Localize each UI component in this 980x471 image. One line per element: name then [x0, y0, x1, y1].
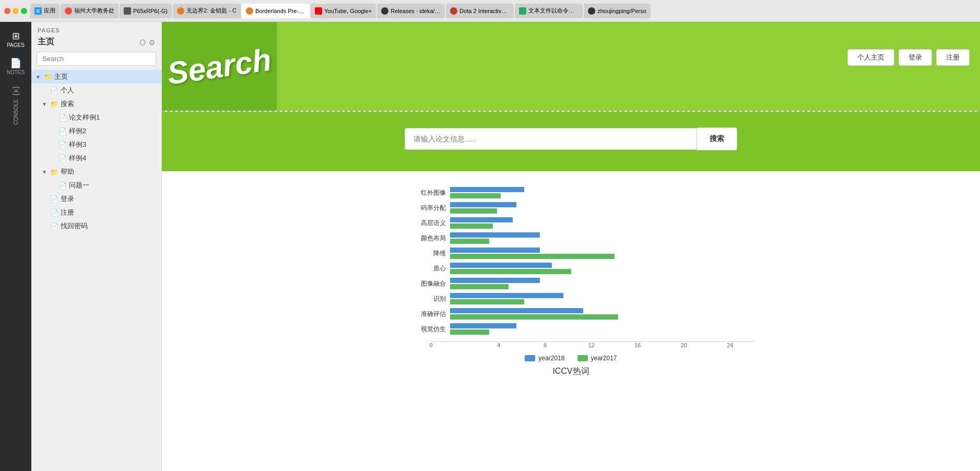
tree-item-faq1[interactable]: 📄 问题一: [31, 179, 161, 192]
pages-search-input[interactable]: [37, 52, 156, 66]
tab-label-wenjian: 文本文件以命令行参: [528, 7, 578, 15]
sample4-file-icon: 📄: [58, 155, 67, 162]
tree-item-resetpwd[interactable]: 📄 找回密码: [31, 219, 161, 233]
bar-blue: [450, 278, 540, 283]
chart-row: 准确评估: [409, 308, 733, 320]
tree-item-example1[interactable]: 📄 论文样例1: [31, 111, 161, 124]
tree-item-login[interactable]: 📄 登录: [31, 192, 161, 206]
tree-item-person[interactable]: 📄 个人: [31, 84, 161, 97]
tab-fzu[interactable]: 福州大学教务处: [61, 4, 119, 18]
chart-row-bars: [450, 202, 733, 214]
dot-green: [21, 8, 27, 14]
chart-section: 红外图像 码率分配 高层语义 颜色布局 降维 质心: [162, 171, 980, 471]
console-icon: {x}: [12, 86, 19, 96]
bar-green: [450, 193, 501, 198]
faq1-file-icon: 📄: [58, 182, 67, 190]
sidebar-item-console[interactable]: {x} CONSOLE: [0, 80, 31, 130]
chart-row: 颜色布局: [409, 232, 733, 244]
settings-icon[interactable]: ⊙: [149, 38, 155, 46]
help-arrow: ▼: [42, 169, 48, 175]
chart-row: 高层语义: [409, 217, 733, 229]
chart-row-bars: [450, 323, 733, 335]
main-search-button[interactable]: 搜索: [697, 127, 737, 150]
bar-blue: [450, 202, 517, 207]
example1-label: 论文样例1: [69, 113, 100, 122]
tab-releases[interactable]: Releases · ideka/Au: [377, 4, 445, 18]
pages-sidebar-header: PAGES: [31, 22, 161, 36]
chart-row-label: 码率分配: [409, 204, 446, 213]
chart-row-bars: [450, 308, 733, 320]
tree-item-search[interactable]: ▼ 📁 搜索: [31, 97, 161, 111]
chart-row: 码率分配: [409, 202, 733, 214]
tab-borderlands1[interactable]: 无边界2: 金钥匙 - C: [173, 4, 241, 18]
tab-icon-youtube: [315, 7, 322, 15]
help-folder-icon: 📁: [50, 168, 58, 176]
bar-green: [450, 254, 615, 259]
x-tick: 0: [430, 342, 476, 348]
bar-green: [450, 329, 489, 335]
chart-x-axis: 04812162024: [430, 342, 753, 348]
search-arrow: ▼: [42, 101, 48, 107]
home-folder-icon: 📁: [44, 73, 52, 81]
x-tick: 8: [522, 342, 569, 348]
console-label: CONSOLE: [13, 99, 19, 125]
tab-wenjian[interactable]: 文本文件以命令行参: [515, 4, 583, 18]
tab-icon-borderlands1: [177, 7, 184, 15]
x-tick: 24: [707, 342, 753, 348]
bar-blue: [450, 323, 517, 328]
tab-label-releases: Releases · ideka/Au: [391, 8, 441, 14]
home-label: 主页: [54, 72, 68, 81]
bar-blue: [450, 232, 540, 238]
dot-red: [4, 8, 10, 14]
person-label: 个人: [61, 86, 74, 95]
tab-label-borderlands1: 无边界2: 金钥匙 - C: [186, 7, 237, 15]
tab-p65x[interactable]: P65xRP6(-G): [120, 4, 172, 18]
export-icon[interactable]: ⬡: [139, 38, 146, 46]
chart-row-label: 质心: [409, 264, 446, 273]
tab-dota2[interactable]: Dota 2 Interactive M: [446, 4, 514, 18]
pages-sidebar-title: 主页: [38, 37, 54, 48]
sidebar-item-notes[interactable]: 📄 NOTES: [0, 53, 31, 80]
chart-row: 识别: [409, 293, 733, 304]
example1-file-icon: 📄: [58, 114, 67, 122]
tree-item-sample3[interactable]: 📄 样例3: [31, 138, 161, 151]
register-button[interactable]: 注册: [936, 49, 970, 66]
personal-page-button[interactable]: 个人主页: [847, 49, 894, 66]
tab-youtube[interactable]: YouTube, Google+: [311, 4, 376, 18]
tab-icon-apps: ⊞: [34, 7, 42, 15]
app-container: ⊞ PAGES 📄 NOTES {x} CONSOLE PAGES 主页 ⬡ ⊙…: [0, 22, 980, 471]
tab-icon-releases: [381, 7, 388, 15]
tree-item-home[interactable]: ▼ 📁 主页: [31, 70, 161, 84]
tab-apps[interactable]: ⊞ 应用: [30, 4, 60, 18]
resetpwd-file-icon: 📄: [50, 222, 58, 230]
legend-label-year2018: year2018: [538, 355, 564, 362]
pages-icon: ⊞: [12, 31, 20, 41]
resetpwd-label: 找回密码: [61, 221, 88, 231]
tree-item-sample4[interactable]: 📄 样例4: [31, 151, 161, 165]
tab-zhou[interactable]: zhoujingping/Perso: [584, 4, 651, 18]
tree-item-sample2[interactable]: 📄 样例2: [31, 124, 161, 138]
tree-item-help[interactable]: ▼ 📁 帮助: [31, 165, 161, 179]
bar-blue: [450, 217, 513, 222]
faq1-label: 问题一: [69, 181, 89, 190]
tab-label-p65x: P65xRP6(-G): [133, 8, 168, 14]
tab-label-zhou: zhoujingping/Perso: [597, 8, 646, 14]
bar-green: [450, 269, 572, 274]
chart-row-label: 视觉仿生: [409, 325, 446, 334]
chart-row-bars: [450, 217, 733, 229]
pages-label: PAGES: [7, 42, 25, 48]
legend-color-blue: [525, 355, 535, 361]
sidebar-item-pages[interactable]: ⊞ PAGES: [0, 26, 31, 53]
chart-row-bars: [450, 278, 733, 289]
browser-bar: ⊞ 应用 福州大学教务处 P65xRP6(-G) 无边界2: 金钥匙 - C B…: [0, 0, 980, 22]
sample2-label: 样例2: [69, 126, 86, 136]
login-button[interactable]: 登录: [899, 49, 932, 66]
chart-legend: year2018 year2017: [525, 355, 617, 362]
chart-row-bars: [450, 232, 733, 244]
tab-icon-zhou: [588, 7, 595, 15]
tab-icon-fzu: [65, 7, 72, 15]
tree-item-register[interactable]: 📄 注册: [31, 206, 161, 219]
tab-borderlands2[interactable]: Borderlands Pre-Se: [242, 4, 310, 18]
main-search-input[interactable]: [405, 128, 697, 150]
chart-row: 图像融合: [409, 278, 733, 289]
